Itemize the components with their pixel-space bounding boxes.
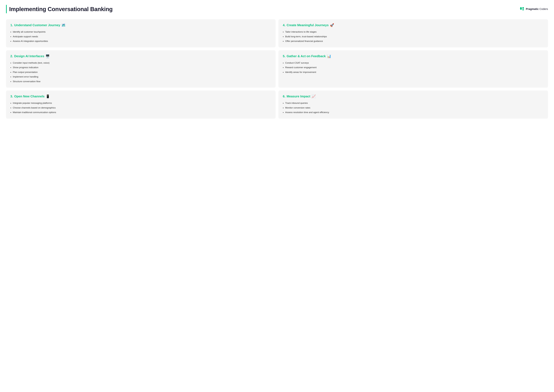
card-emoji: 🖥️ — [45, 54, 50, 58]
list-item: Plan output presentation — [10, 70, 271, 75]
list-item: Integrate popular messaging platforms — [10, 101, 271, 105]
card-title-text: Open New Channels — [14, 95, 44, 98]
card-5: 5. Gather & Act on Feedback 📊Conduct CSA… — [278, 50, 548, 88]
card-number: 2. — [10, 54, 13, 58]
list-item: Structure conversation flow — [10, 79, 271, 84]
card-list-4: Conduct CSAT surveysReward customer enga… — [283, 61, 544, 75]
card-emoji: 📊 — [327, 54, 331, 58]
svg-rect-1 — [522, 7, 524, 9]
page-title: Implementing Conversational Banking — [9, 6, 112, 13]
title-bar-accent — [6, 5, 7, 13]
card-title-5: 3. Open New Channels 📱 — [10, 94, 271, 98]
logo-area: Pragmatic Coders — [519, 6, 548, 12]
svg-rect-2 — [522, 9, 524, 10]
card-list-6: Track inbound queriesMonitor conversion … — [283, 101, 544, 115]
cards-grid: 1. Understand Customer Journey 🗺️Identif… — [6, 19, 548, 119]
list-item: Track inbound queries — [283, 101, 544, 105]
card-title-3: 2. Design AI Interfaces 🖥️ — [10, 54, 271, 58]
list-item: Show progress indication — [10, 65, 271, 70]
card-emoji: 🚀 — [330, 23, 334, 27]
card-emoji: 📈 — [312, 94, 316, 98]
card-title-1: 1. Understand Customer Journey 🗺️ — [10, 23, 271, 27]
svg-rect-0 — [520, 7, 522, 10]
list-item: Identify all customer touchpoints — [10, 29, 271, 34]
logo-text: Pragmatic Coders — [526, 7, 548, 11]
card-emoji: 📱 — [46, 94, 50, 98]
card-emoji: 🗺️ — [61, 23, 66, 27]
card-number: 1. — [10, 23, 13, 27]
card-2: 2. Design AI Interfaces 🖥️Consider input… — [6, 50, 276, 88]
card-3: 3. Open New Channels 📱Integrate popular … — [6, 91, 276, 119]
list-item: Reward customer engagement — [283, 65, 544, 70]
list-item: Monitor conversion rates — [283, 105, 544, 110]
list-item: Build long-term, trust-based relationshi… — [283, 34, 544, 39]
card-title-4: 5. Gather & Act on Feedback 📊 — [283, 54, 544, 58]
list-item: Assess resolution time and agent efficie… — [283, 110, 544, 115]
list-item: Conduct CSAT surveys — [283, 61, 544, 65]
card-title-6: 6. Measure Impact 📈 — [283, 94, 544, 98]
card-title-text: Create Meaningful Journeys — [287, 23, 329, 27]
card-number: 6. — [283, 95, 285, 98]
list-item: Anticipate support needs — [10, 34, 271, 39]
list-item: Consider input methods (text, voice) — [10, 61, 271, 65]
card-4: 4. Create Meaningful Journeys 🚀Tailor in… — [278, 19, 548, 47]
card-1: 1. Understand Customer Journey 🗺️Identif… — [6, 19, 276, 47]
logo-bold: Pragmatic — [526, 7, 540, 11]
page-header: Implementing Conversational Banking Prag… — [6, 5, 548, 14]
header-left: Implementing Conversational Banking — [6, 5, 112, 13]
card-list-5: Integrate popular messaging platformsCho… — [10, 101, 271, 115]
list-item: Choose channels based on demographics — [10, 105, 271, 110]
card-list-1: Identify all customer touchpointsAnticip… — [10, 29, 271, 43]
list-item: Identify areas for improvement — [283, 70, 544, 75]
card-list-3: Consider input methods (text, voice)Show… — [10, 61, 271, 84]
card-title-text: Measure Impact — [287, 95, 310, 98]
card-title-text: Design AI Interfaces — [14, 54, 44, 58]
list-item: Assess AI integration opportunities — [10, 39, 271, 43]
card-number: 4. — [283, 23, 285, 27]
list-item: Tailor interactions to life stages — [283, 29, 544, 34]
card-list-2: Tailor interactions to life stagesBuild … — [283, 29, 544, 43]
card-title-text: Understand Customer Journey — [14, 23, 60, 27]
card-6: 6. Measure Impact 📈Track inbound queries… — [278, 91, 548, 119]
list-item: Maintain traditional communication optio… — [10, 110, 271, 115]
logo-icon — [519, 6, 525, 12]
list-item: Implement error handling — [10, 74, 271, 79]
card-number: 3. — [10, 95, 13, 98]
card-number: 5. — [283, 54, 285, 58]
logo-coders: Coders — [540, 7, 548, 11]
list-item: Offer personalized financial guidance — [283, 39, 544, 43]
card-title-text: Gather & Act on Feedback — [287, 54, 326, 58]
card-title-2: 4. Create Meaningful Journeys 🚀 — [283, 23, 544, 27]
